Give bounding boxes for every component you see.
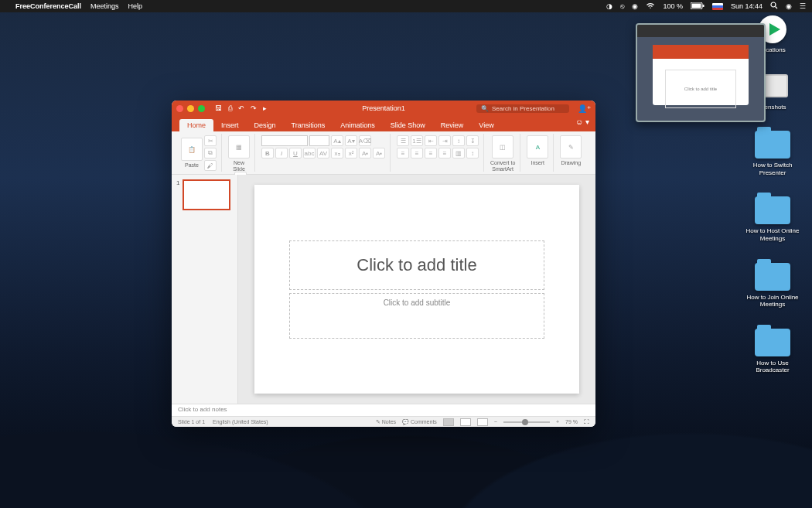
qat-save-icon[interactable]: 🖫 [215, 104, 222, 112]
decrease-font-button[interactable]: A▾ [345, 135, 357, 146]
close-window-button[interactable] [176, 105, 183, 112]
zoom-slider[interactable] [503, 421, 550, 423]
status-language[interactable]: English (United States) [213, 419, 268, 424]
increase-font-button[interactable]: A▴ [331, 135, 343, 146]
status-comments-button[interactable]: 💬 Comments [402, 419, 437, 425]
feedback-smiley-icon[interactable]: ☺ ▾ [575, 118, 589, 126]
italic-button[interactable]: I [275, 148, 288, 159]
qat-redo-icon[interactable]: ↷ [251, 104, 257, 112]
font-color-button[interactable]: A▪ [359, 148, 371, 159]
shadow-button[interactable]: AV [317, 148, 329, 159]
numbering-button[interactable]: 1☰ [411, 135, 423, 146]
clear-format-button[interactable]: A⌫ [359, 135, 371, 146]
svg-line-4 [776, 7, 778, 9]
spotlight-icon[interactable] [770, 2, 778, 11]
zoom-out-button[interactable]: − [494, 419, 497, 424]
menubar-app-name[interactable]: FreeConferenceCall [15, 2, 81, 10]
title-placeholder[interactable]: Click to add title [289, 240, 544, 290]
tab-animations[interactable]: Animations [333, 119, 383, 131]
share-button[interactable]: 👤⁺ [578, 104, 591, 113]
paste-button[interactable]: 📋 [181, 138, 203, 161]
bold-button[interactable]: B [261, 148, 274, 159]
menubar-item-meetings[interactable]: Meetings [90, 2, 119, 10]
zoom-percent[interactable]: 79 % [565, 419, 578, 424]
status-icon-cc[interactable]: ◉ [632, 2, 638, 10]
slide-thumbnails-panel: 1 [172, 175, 238, 404]
normal-view-button[interactable] [443, 418, 454, 426]
status-icon-2[interactable]: ⎋ [620, 2, 624, 10]
insert-button[interactable]: A [527, 135, 548, 159]
strike-button[interactable]: abc [303, 148, 316, 159]
search-icon: 🔍 [481, 105, 489, 112]
fit-window-button[interactable]: ⛶ [584, 419, 589, 424]
font-family-select[interactable] [261, 135, 308, 146]
slide-thumbnail-1[interactable] [183, 179, 230, 210]
new-slide-button[interactable]: ▦ [228, 135, 250, 159]
desktop-folder[interactable]: How to Use Broadcaster [742, 329, 803, 374]
reading-view-button[interactable] [477, 418, 488, 426]
copy-button[interactable]: ⧉ [204, 148, 217, 159]
menubar-clock[interactable]: Sun 14:44 [731, 2, 763, 10]
search-placeholder: Search in Presentation [492, 105, 554, 112]
menubar-item-help[interactable]: Help [128, 2, 143, 10]
notification-center-icon[interactable]: ☰ [800, 2, 806, 10]
line-spacing-button[interactable]: ↕ [452, 135, 465, 146]
zoom-in-button[interactable]: + [556, 419, 559, 424]
wifi-icon[interactable] [646, 2, 655, 11]
minimize-window-button[interactable] [187, 105, 194, 112]
tab-insert[interactable]: Insert [213, 119, 247, 131]
superscript-button[interactable]: x² [345, 148, 357, 159]
subscript-button[interactable]: x₂ [331, 148, 343, 159]
status-notes-button[interactable]: ✎ Notes [376, 419, 396, 425]
subtitle-placeholder[interactable]: Click to add subtitle [289, 293, 544, 339]
text-direction-button[interactable]: ↧ [466, 135, 479, 146]
align-left-button[interactable]: ≡ [397, 148, 409, 159]
tab-transitions[interactable]: Transitions [284, 119, 333, 131]
qat-print-icon[interactable]: ⎙ [228, 104, 232, 112]
notes-pane[interactable]: Click to add notes [172, 404, 595, 416]
qat-undo-icon[interactable]: ↶ [238, 104, 244, 112]
svg-rect-1 [691, 3, 701, 8]
align-text-button[interactable]: ↕ [466, 148, 479, 159]
tab-home[interactable]: Home [179, 119, 213, 131]
bullets-button[interactable]: ☰ [397, 135, 409, 146]
align-right-button[interactable]: ≡ [425, 148, 437, 159]
ribbon-home: 📋 Paste ✂ ⧉ 🖌 ▦ New Slide ▤ ↺ ▭ [172, 131, 595, 175]
thumbnail-slide: Click to add title [665, 70, 736, 108]
highlight-button[interactable]: A▪ [373, 148, 385, 159]
underline-button[interactable]: U [289, 148, 302, 159]
drawing-button[interactable]: ✎ [560, 135, 582, 159]
dec-indent-button[interactable]: ⇤ [425, 135, 437, 146]
powerpoint-window: 🖫 ⎙ ↶ ↷ ▸ Presentation1 🔍 Search in Pres… [172, 101, 595, 427]
maximize-window-button[interactable] [198, 105, 205, 112]
align-center-button[interactable]: ≡ [411, 148, 423, 159]
ribbon-group-drawing: ✎ Drawing [555, 134, 586, 172]
justify-button[interactable]: ≡ [438, 148, 451, 159]
sorter-view-button[interactable] [460, 418, 471, 426]
slide-canvas[interactable]: Click to add title Click to add subtitle [238, 175, 595, 404]
tab-design[interactable]: Design [247, 119, 284, 131]
qat-play-icon[interactable]: ▸ [263, 104, 267, 112]
input-source-flag-icon[interactable] [712, 3, 723, 10]
status-bar: Slide 1 of 1 English (United States) ✎ N… [172, 416, 595, 427]
cut-button[interactable]: ✂ [204, 135, 217, 146]
tab-view[interactable]: View [471, 119, 501, 131]
desktop-folder[interactable]: How to Host Online Meetings [742, 196, 803, 242]
smartart-button[interactable]: ◫ [492, 135, 513, 159]
siri-icon[interactable]: ◉ [786, 2, 792, 10]
battery-percent: 100 % [663, 2, 683, 10]
search-field[interactable]: 🔍 Search in Presentation [476, 104, 569, 113]
tab-slideshow[interactable]: Slide Show [383, 119, 433, 131]
macos-menubar: FreeConferenceCall Meetings Help ◑ ⎋ ◉ 1… [0, 0, 812, 12]
inc-indent-button[interactable]: ⇥ [438, 135, 451, 146]
columns-button[interactable]: ▥ [452, 148, 465, 159]
font-size-select[interactable] [309, 135, 329, 146]
desktop-folder[interactable]: How to Join Online Meetings [742, 263, 803, 309]
status-icon-1[interactable]: ◑ [606, 2, 612, 10]
desktop-folder[interactable]: How to Switch Presenter [742, 131, 803, 176]
svg-rect-2 [702, 5, 704, 7]
format-painter-button[interactable]: 🖌 [204, 160, 217, 171]
tab-review[interactable]: Review [433, 119, 472, 131]
window-thumbnail[interactable]: Click to add title [636, 23, 766, 122]
ribbon-group-insert: A Insert [522, 134, 554, 172]
